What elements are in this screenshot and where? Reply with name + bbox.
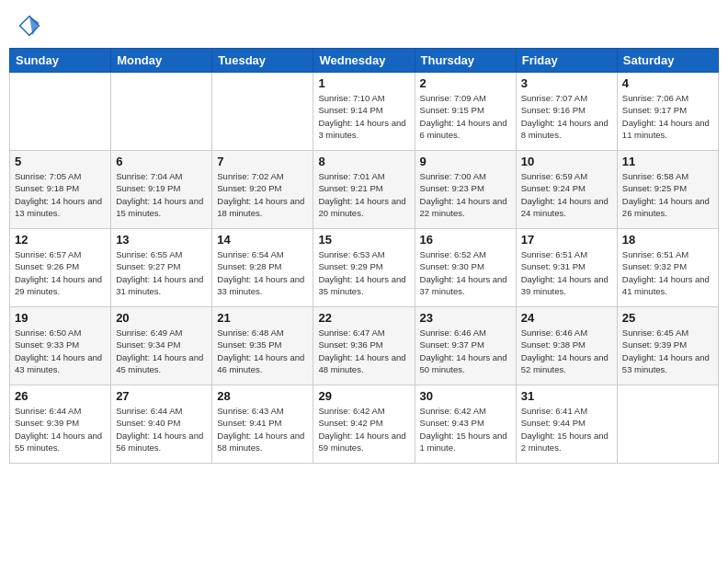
day-number: 26 <box>15 389 106 403</box>
day-number: 9 <box>420 155 511 168</box>
calendar-cell: 2Sunrise: 7:09 AM Sunset: 9:15 PM Daylig… <box>415 73 516 151</box>
day-info: Sunrise: 7:05 AM Sunset: 9:18 PM Dayligh… <box>15 170 106 219</box>
day-number: 3 <box>521 76 612 90</box>
calendar-weekday-sunday: Sunday <box>10 49 111 73</box>
calendar-cell <box>10 73 111 151</box>
calendar-week-row: 12Sunrise: 6:57 AM Sunset: 9:26 PM Dayli… <box>10 229 719 307</box>
day-number: 22 <box>318 311 409 325</box>
calendar-cell: 28Sunrise: 6:43 AM Sunset: 9:41 PM Dayli… <box>212 385 313 464</box>
day-info: Sunrise: 7:00 AM Sunset: 9:23 PM Dayligh… <box>420 170 511 219</box>
calendar-cell: 4Sunrise: 7:06 AM Sunset: 9:17 PM Daylig… <box>617 73 718 151</box>
day-number: 31 <box>521 389 612 403</box>
calendar-cell: 29Sunrise: 6:42 AM Sunset: 9:42 PM Dayli… <box>313 385 415 464</box>
day-info: Sunrise: 6:44 AM Sunset: 9:40 PM Dayligh… <box>116 405 207 454</box>
day-number: 14 <box>217 233 308 247</box>
calendar-cell: 26Sunrise: 6:44 AM Sunset: 9:39 PM Dayli… <box>10 385 111 464</box>
day-info: Sunrise: 6:43 AM Sunset: 9:41 PM Dayligh… <box>217 405 308 454</box>
day-info: Sunrise: 7:09 AM Sunset: 9:15 PM Dayligh… <box>420 92 511 141</box>
calendar-cell: 12Sunrise: 6:57 AM Sunset: 9:26 PM Dayli… <box>10 229 111 307</box>
day-info: Sunrise: 7:10 AM Sunset: 9:14 PM Dayligh… <box>318 92 409 141</box>
calendar-cell: 19Sunrise: 6:50 AM Sunset: 9:33 PM Dayli… <box>10 307 111 385</box>
day-info: Sunrise: 6:41 AM Sunset: 9:44 PM Dayligh… <box>521 405 612 454</box>
calendar-cell: 20Sunrise: 6:49 AM Sunset: 9:34 PM Dayli… <box>111 307 212 385</box>
day-number: 10 <box>521 155 612 168</box>
day-info: Sunrise: 7:02 AM Sunset: 9:20 PM Dayligh… <box>217 170 308 219</box>
day-info: Sunrise: 6:58 AM Sunset: 9:25 PM Dayligh… <box>622 170 713 219</box>
day-info: Sunrise: 6:51 AM Sunset: 9:32 PM Dayligh… <box>622 248 713 297</box>
day-info: Sunrise: 6:42 AM Sunset: 9:42 PM Dayligh… <box>318 405 409 454</box>
calendar-cell: 21Sunrise: 6:48 AM Sunset: 9:35 PM Dayli… <box>212 307 313 385</box>
logo <box>17 13 44 39</box>
day-info: Sunrise: 7:07 AM Sunset: 9:16 PM Dayligh… <box>521 92 612 141</box>
calendar-cell: 5Sunrise: 7:05 AM Sunset: 9:18 PM Daylig… <box>10 151 111 229</box>
day-info: Sunrise: 6:57 AM Sunset: 9:26 PM Dayligh… <box>15 248 106 297</box>
day-number: 18 <box>622 233 713 247</box>
calendar-cell <box>212 73 313 151</box>
day-number: 1 <box>318 76 409 90</box>
calendar-week-row: 19Sunrise: 6:50 AM Sunset: 9:33 PM Dayli… <box>10 307 719 385</box>
day-info: Sunrise: 6:53 AM Sunset: 9:29 PM Dayligh… <box>318 248 409 297</box>
day-number: 24 <box>521 311 612 325</box>
day-info: Sunrise: 6:46 AM Sunset: 9:37 PM Dayligh… <box>420 327 511 375</box>
calendar-cell: 15Sunrise: 6:53 AM Sunset: 9:29 PM Dayli… <box>313 229 415 307</box>
day-info: Sunrise: 6:59 AM Sunset: 9:24 PM Dayligh… <box>521 170 612 219</box>
calendar-cell: 10Sunrise: 6:59 AM Sunset: 9:24 PM Dayli… <box>516 151 617 229</box>
calendar-cell: 13Sunrise: 6:55 AM Sunset: 9:27 PM Dayli… <box>111 229 212 307</box>
day-number: 25 <box>622 311 713 325</box>
day-number: 17 <box>521 233 612 247</box>
day-number: 12 <box>15 233 106 247</box>
calendar-week-row: 5Sunrise: 7:05 AM Sunset: 9:18 PM Daylig… <box>10 151 719 229</box>
day-info: Sunrise: 6:50 AM Sunset: 9:33 PM Dayligh… <box>15 327 106 375</box>
svg-marker-1 <box>29 17 40 36</box>
calendar-cell: 9Sunrise: 7:00 AM Sunset: 9:23 PM Daylig… <box>415 151 516 229</box>
day-info: Sunrise: 6:47 AM Sunset: 9:36 PM Dayligh… <box>318 327 409 375</box>
day-info: Sunrise: 7:01 AM Sunset: 9:21 PM Dayligh… <box>318 170 409 219</box>
calendar-weekday-saturday: Saturday <box>617 49 718 73</box>
day-number: 6 <box>116 155 207 168</box>
day-info: Sunrise: 6:52 AM Sunset: 9:30 PM Dayligh… <box>420 248 511 297</box>
day-number: 11 <box>622 155 713 168</box>
day-number: 19 <box>15 311 106 325</box>
day-number: 4 <box>622 76 713 90</box>
day-number: 21 <box>217 311 308 325</box>
calendar-cell: 23Sunrise: 6:46 AM Sunset: 9:37 PM Dayli… <box>415 307 516 385</box>
calendar-cell: 8Sunrise: 7:01 AM Sunset: 9:21 PM Daylig… <box>313 151 415 229</box>
day-info: Sunrise: 6:54 AM Sunset: 9:28 PM Dayligh… <box>217 248 308 297</box>
calendar-weekday-wednesday: Wednesday <box>313 49 415 73</box>
day-number: 29 <box>318 389 409 403</box>
calendar-cell: 24Sunrise: 6:46 AM Sunset: 9:38 PM Dayli… <box>516 307 617 385</box>
day-number: 27 <box>116 389 207 403</box>
calendar-cell: 17Sunrise: 6:51 AM Sunset: 9:31 PM Dayli… <box>516 229 617 307</box>
page-header <box>9 9 719 42</box>
day-number: 30 <box>420 389 511 403</box>
day-number: 20 <box>116 311 207 325</box>
calendar-cell <box>111 73 212 151</box>
calendar-cell: 1Sunrise: 7:10 AM Sunset: 9:14 PM Daylig… <box>313 73 415 151</box>
day-info: Sunrise: 6:44 AM Sunset: 9:39 PM Dayligh… <box>15 405 106 454</box>
day-number: 5 <box>15 155 106 168</box>
calendar-cell: 30Sunrise: 6:42 AM Sunset: 9:43 PM Dayli… <box>415 385 516 464</box>
day-info: Sunrise: 6:48 AM Sunset: 9:35 PM Dayligh… <box>217 327 308 375</box>
day-number: 8 <box>318 155 409 168</box>
calendar-cell: 16Sunrise: 6:52 AM Sunset: 9:30 PM Dayli… <box>415 229 516 307</box>
logo-icon <box>17 13 42 39</box>
day-number: 7 <box>217 155 308 168</box>
day-info: Sunrise: 6:49 AM Sunset: 9:34 PM Dayligh… <box>116 327 207 375</box>
day-number: 23 <box>420 311 511 325</box>
calendar-weekday-tuesday: Tuesday <box>212 49 313 73</box>
calendar-cell: 3Sunrise: 7:07 AM Sunset: 9:16 PM Daylig… <box>516 73 617 151</box>
day-info: Sunrise: 6:46 AM Sunset: 9:38 PM Dayligh… <box>521 327 612 375</box>
day-number: 2 <box>420 76 511 90</box>
day-info: Sunrise: 6:51 AM Sunset: 9:31 PM Dayligh… <box>521 248 612 297</box>
calendar-cell: 18Sunrise: 6:51 AM Sunset: 9:32 PM Dayli… <box>617 229 718 307</box>
calendar-cell: 11Sunrise: 6:58 AM Sunset: 9:25 PM Dayli… <box>617 151 718 229</box>
day-info: Sunrise: 6:55 AM Sunset: 9:27 PM Dayligh… <box>116 248 207 297</box>
day-number: 28 <box>217 389 308 403</box>
calendar-cell: 31Sunrise: 6:41 AM Sunset: 9:44 PM Dayli… <box>516 385 617 464</box>
calendar-cell <box>617 385 718 464</box>
day-number: 15 <box>318 233 409 247</box>
calendar-cell: 27Sunrise: 6:44 AM Sunset: 9:40 PM Dayli… <box>111 385 212 464</box>
day-info: Sunrise: 7:06 AM Sunset: 9:17 PM Dayligh… <box>622 92 713 141</box>
calendar-week-row: 26Sunrise: 6:44 AM Sunset: 9:39 PM Dayli… <box>10 385 719 464</box>
calendar-week-row: 1Sunrise: 7:10 AM Sunset: 9:14 PM Daylig… <box>10 73 719 151</box>
